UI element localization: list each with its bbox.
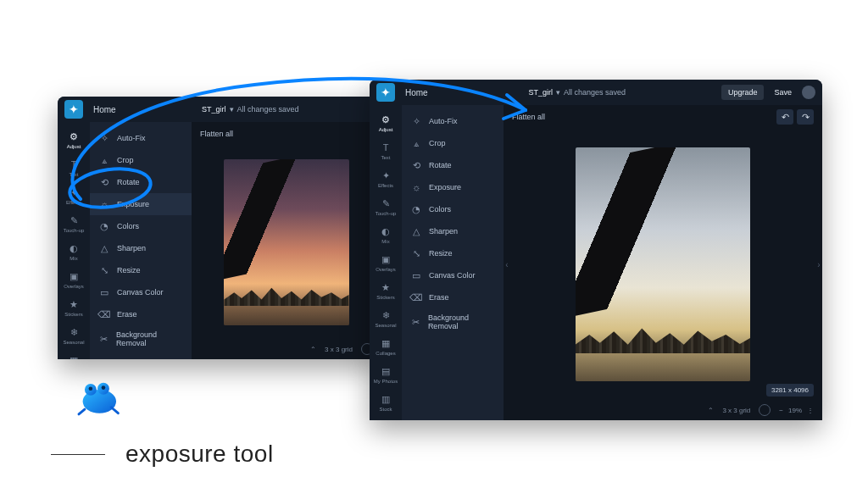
rail-my-photos[interactable]: ▤My Photos	[371, 362, 400, 387]
tool-sharpen[interactable]: △Sharpen	[402, 220, 504, 242]
topbar: ✦ Home ST_girl ▾ All changes saved	[58, 97, 381, 122]
caption-rule	[51, 454, 105, 455]
home-button[interactable]: Home	[88, 103, 121, 117]
tool-resize[interactable]: ⤡Resize	[90, 259, 192, 281]
tool-resize[interactable]: ⤡Resize	[402, 242, 504, 264]
stickers-icon: ★	[68, 298, 80, 310]
canvas[interactable]: ‹ ›	[504, 129, 822, 400]
tool-auto-fix[interactable]: ✧Auto-Fix	[402, 110, 504, 132]
redo-button[interactable]: ↷	[797, 109, 814, 125]
mix-icon: ◐	[68, 242, 80, 254]
rail-effects[interactable]: ✦Effects	[371, 166, 400, 191]
tool-erase[interactable]: ⌫Erase	[402, 286, 504, 308]
rail-overlays[interactable]: ▣Overlays	[371, 250, 400, 275]
rail-stock[interactable]: ▥Stock	[371, 390, 400, 415]
rail-effects[interactable]: ✦Effects	[59, 183, 88, 208]
exposure-icon: ☼	[98, 198, 110, 210]
tool-panel: ✧Auto-Fix⟁Crop⟲Rotate☼Exposure◔Colors△Sh…	[402, 105, 504, 420]
center-view-button[interactable]	[759, 404, 771, 416]
tool-exposure[interactable]: ☼Exposure	[402, 176, 504, 198]
tool-crop[interactable]: ⟁Crop	[90, 149, 192, 171]
seasonal-icon: ❄	[68, 326, 80, 338]
rail-collages[interactable]: ▦Collages	[59, 351, 88, 359]
resize-icon: ⤡	[98, 264, 110, 276]
rail-mix[interactable]: ◐Mix	[371, 222, 400, 247]
rotate-icon: ⟲	[98, 176, 110, 188]
overlays-icon: ▣	[380, 253, 392, 265]
tool-rotate[interactable]: ⟲Rotate	[402, 154, 504, 176]
tool-canvas-color[interactable]: ▭Canvas Color	[402, 264, 504, 286]
save-status: All changes saved	[237, 105, 299, 114]
grid-select[interactable]: 3 x 3 grid	[325, 346, 353, 353]
tool-sharpen[interactable]: △Sharpen	[90, 237, 192, 259]
caret-up-icon[interactable]: ⌃	[708, 407, 714, 414]
tool-auto-fix[interactable]: ✧Auto-Fix	[90, 127, 192, 149]
caret-up-icon[interactable]: ⌃	[310, 346, 316, 353]
collapse-left-icon[interactable]: ‹	[504, 256, 510, 273]
rail-seasonal[interactable]: ❄Seasonal	[59, 323, 88, 348]
grid-select[interactable]: 3 x 3 grid	[722, 407, 750, 414]
chevron-down-icon[interactable]: ▾	[230, 105, 234, 114]
background-removal-icon: ✂	[410, 316, 421, 328]
rail-stickers[interactable]: ★Stickers	[371, 278, 400, 303]
touch-up-icon: ✎	[380, 197, 392, 209]
stickers-icon: ★	[380, 281, 392, 293]
background-removal-icon: ✂	[98, 333, 109, 345]
tool-canvas-color[interactable]: ▭Canvas Color	[90, 281, 192, 303]
text-icon: T	[380, 141, 392, 153]
topbar: ✦ Home ST_girl ▾ All changes saved Upgra…	[370, 80, 822, 105]
text-icon: T	[68, 158, 80, 170]
save-status: All changes saved	[564, 88, 626, 97]
left-rail: ⚙AdjustTText✦Effects✎Touch-up◐Mix▣Overla…	[370, 105, 402, 420]
tool-background-removal[interactable]: ✂Background Removal	[90, 325, 192, 352]
tool-rotate[interactable]: ⟲Rotate	[90, 171, 192, 193]
document-title-area: ST_girl ▾ All changes saved	[438, 88, 716, 97]
rail-stickers[interactable]: ★Stickers	[59, 295, 88, 320]
app-logo[interactable]: ✦	[64, 100, 83, 119]
rail-touch-up[interactable]: ✎Touch-up	[59, 211, 88, 236]
avatar[interactable]	[802, 86, 815, 99]
tool-erase[interactable]: ⌫Erase	[90, 303, 192, 325]
tool-background-removal[interactable]: ✂Background Removal	[402, 308, 504, 336]
tool-exposure[interactable]: ☼Exposure	[90, 193, 192, 215]
save-button[interactable]: Save	[769, 85, 797, 100]
my photos-icon: ▤	[380, 365, 392, 377]
rail-collages[interactable]: ▦Collages	[371, 334, 400, 359]
rail-adjust[interactable]: ⚙Adjust	[371, 110, 400, 136]
effects-icon: ✦	[68, 186, 80, 198]
home-button[interactable]: Home	[400, 86, 433, 100]
seasonal-icon: ❄	[380, 309, 392, 321]
zoom-menu-icon[interactable]: ⋮	[807, 407, 814, 414]
canvas-area: Flatten all ↶ ↷ ‹ › 3281 x 4096 ⌃	[504, 105, 822, 420]
zoom-out-button[interactable]: −	[779, 407, 783, 414]
flatten-all-button[interactable]: Flatten all	[200, 130, 233, 138]
tool-colors[interactable]: ◔Colors	[402, 198, 504, 220]
touch-up-icon: ✎	[68, 214, 80, 226]
rail-touch-up[interactable]: ✎Touch-up	[371, 194, 400, 219]
rail-adjust[interactable]: ⚙Adjust	[59, 127, 88, 152]
filename-label[interactable]: ST_girl	[202, 105, 226, 114]
tool-crop[interactable]: ⟁Crop	[402, 132, 504, 154]
editor-window-before: ✦ Home ST_girl ▾ All changes saved ⚙Adju…	[58, 97, 381, 359]
rail-mix[interactable]: ◐Mix	[59, 239, 88, 264]
upgrade-button[interactable]: Upgrade	[721, 85, 765, 100]
app-logo[interactable]: ✦	[376, 83, 395, 102]
collapse-right-icon[interactable]: ›	[815, 256, 822, 273]
caption: exposure tool	[51, 441, 274, 468]
flatten-all-button[interactable]: Flatten all	[512, 113, 545, 121]
chevron-down-icon[interactable]: ▾	[556, 88, 560, 97]
undo-button[interactable]: ↶	[776, 109, 793, 125]
adjust-icon: ⚙	[68, 130, 80, 142]
auto-fix-icon: ✧	[410, 115, 422, 127]
rail-text[interactable]: TText	[59, 155, 88, 180]
filename-label[interactable]: ST_girl	[529, 88, 554, 97]
rail-seasonal[interactable]: ❄Seasonal	[371, 306, 400, 331]
dimensions-badge: 3281 x 4096	[766, 384, 814, 396]
rail-overlays[interactable]: ▣Overlays	[59, 267, 88, 292]
rail-text[interactable]: TText	[371, 138, 400, 164]
canvas[interactable]	[192, 146, 381, 339]
mix-icon: ◐	[380, 225, 392, 237]
colors-icon: ◔	[410, 203, 422, 215]
zoom-level: 19%	[788, 407, 802, 414]
tool-colors[interactable]: ◔Colors	[90, 215, 192, 237]
